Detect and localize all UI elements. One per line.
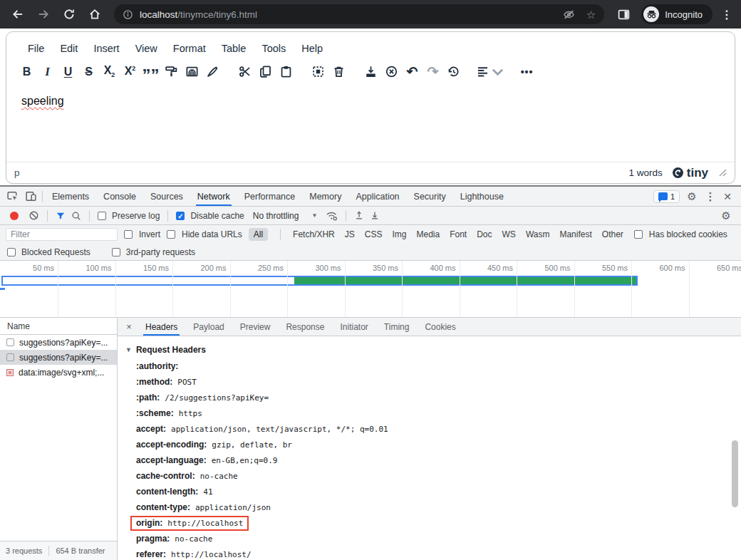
filter-input[interactable] <box>6 228 118 241</box>
home-button[interactable] <box>83 3 107 26</box>
undo-button[interactable]: ↶ <box>402 62 423 81</box>
details-tab-response[interactable]: Response <box>278 318 332 336</box>
superscript-button[interactable]: X2 <box>120 62 140 81</box>
request-row[interactable]: suggestions?apiKey=... <box>0 350 117 365</box>
network-conditions-icon[interactable] <box>326 210 338 221</box>
tab-security[interactable]: Security <box>407 187 453 206</box>
more-button[interactable]: ••• <box>517 62 537 81</box>
third-party-checkbox[interactable] <box>112 248 120 256</box>
incognito-badge[interactable]: Incognito <box>641 4 712 24</box>
strikethrough-button[interactable]: S <box>78 62 99 81</box>
element-path[interactable]: p <box>14 167 20 178</box>
export-har-icon[interactable] <box>370 210 380 221</box>
save-button[interactable] <box>361 62 381 81</box>
filter-icon[interactable] <box>56 211 66 221</box>
filter-type-ws[interactable]: WS <box>502 228 516 241</box>
subscript-button[interactable]: X2 <box>99 62 120 81</box>
search-icon[interactable] <box>71 211 81 221</box>
preserve-log-checkbox[interactable] <box>98 212 106 220</box>
blockquote-button[interactable]: ”” <box>140 62 161 81</box>
filter-type-img[interactable]: Img <box>392 228 406 241</box>
filter-type-all[interactable]: All <box>249 228 268 241</box>
filter-type-doc[interactable]: Doc <box>477 228 492 241</box>
filter-type-manifest[interactable]: Manifest <box>559 228 591 241</box>
details-tab-preview[interactable]: Preview <box>232 318 279 336</box>
details-tab-cookies[interactable]: Cookies <box>417 318 463 336</box>
tab-lighthouse[interactable]: Lighthouse <box>453 187 511 206</box>
side-panel-button[interactable] <box>611 3 636 26</box>
inspect-element-button[interactable] <box>3 187 21 206</box>
filter-type-font[interactable]: Font <box>450 228 467 241</box>
menu-edit[interactable]: Edit <box>53 40 85 57</box>
issues-badge[interactable]: 1 <box>653 190 680 203</box>
menu-tools[interactable]: Tools <box>254 40 293 57</box>
menu-format[interactable]: Format <box>166 40 213 57</box>
network-settings-button[interactable]: ⚙ <box>717 207 735 225</box>
cancel-button[interactable] <box>381 62 402 81</box>
filter-type-other[interactable]: Other <box>602 228 623 241</box>
forward-button[interactable] <box>31 3 56 26</box>
filter-type-fetch-xhr[interactable]: Fetch/XHR <box>293 228 335 241</box>
copy-button[interactable] <box>255 62 276 81</box>
menu-file[interactable]: File <box>21 40 51 57</box>
devtools-close-button[interactable]: ✕ <box>720 187 735 206</box>
filter-type-media[interactable]: Media <box>416 228 440 241</box>
name-column-header[interactable]: Name <box>0 318 117 335</box>
invert-checkbox[interactable] <box>124 230 133 239</box>
import-har-icon[interactable] <box>354 210 364 221</box>
bookmark-star-icon[interactable]: ☆ <box>586 9 596 20</box>
blocked-requests-checkbox[interactable] <box>7 248 16 256</box>
url-bar[interactable]: localhost/tinymce/tiny6.html ☆ <box>114 4 604 24</box>
details-close-button[interactable]: × <box>120 321 138 332</box>
editor-content[interactable]: speeling <box>6 85 735 117</box>
devtools-settings-button[interactable]: ⚙ <box>683 187 701 206</box>
record-button[interactable] <box>10 212 19 220</box>
menu-table[interactable]: Table <box>214 40 254 57</box>
menu-insert[interactable]: Insert <box>86 40 126 57</box>
filter-type-css[interactable]: CSS <box>365 228 383 241</box>
request-row[interactable]: data:image/svg+xml;... <box>0 365 117 380</box>
paste-button[interactable] <box>276 62 296 81</box>
filter-type-js[interactable]: JS <box>345 228 355 241</box>
details-tab-initiator[interactable]: Initiator <box>332 318 375 336</box>
details-tab-timing[interactable]: Timing <box>376 318 418 336</box>
request-row[interactable]: suggestions?apiKey=... <box>0 335 117 350</box>
tab-network[interactable]: Network <box>190 187 237 206</box>
cut-button[interactable] <box>234 62 255 81</box>
menu-view[interactable]: View <box>128 40 165 57</box>
devtools-menu-button[interactable]: ⋮ <box>704 187 717 206</box>
browser-menu-button[interactable]: ⋮ <box>718 3 735 26</box>
filter-type-wasm[interactable]: Wasm <box>526 228 550 241</box>
align-left-button[interactable] <box>475 62 505 81</box>
hide-data-urls-checkbox[interactable] <box>167 230 175 239</box>
misspelled-word[interactable]: speeling <box>21 95 64 107</box>
restore-draft-button[interactable] <box>443 62 464 81</box>
page-info-icon[interactable] <box>123 9 133 20</box>
resize-handle-icon[interactable] <box>719 169 727 177</box>
request-headers-section[interactable]: ▼ Request Headers <box>125 343 741 357</box>
bold-button[interactable]: B <box>16 62 37 81</box>
select-all-button[interactable] <box>308 62 328 81</box>
tiny-branding[interactable]: tiny <box>672 166 708 180</box>
tab-sources[interactable]: Sources <box>143 187 190 206</box>
underline-button[interactable]: U <box>58 62 78 81</box>
tab-console[interactable]: Console <box>96 187 143 206</box>
clear-icon[interactable] <box>28 210 39 221</box>
scrollbar-thumb[interactable] <box>732 440 738 507</box>
reload-button[interactable] <box>57 3 81 26</box>
italic-button[interactable]: I <box>37 62 58 81</box>
network-overview[interactable]: 50 ms100 ms150 ms200 ms250 ms300 ms350 m… <box>0 261 741 318</box>
remove-button[interactable] <box>328 62 349 81</box>
redo-button[interactable]: ↷ <box>423 62 443 81</box>
device-toolbar-button[interactable] <box>21 187 40 206</box>
back-button[interactable] <box>6 3 30 26</box>
paint-roller-button[interactable] <box>161 62 182 81</box>
menu-help[interactable]: Help <box>294 40 330 57</box>
cookies-blocked-icon[interactable] <box>563 9 575 21</box>
throttling-select[interactable]: No throttling ▼ <box>250 211 321 221</box>
disable-cache-checkbox[interactable]: ✓ <box>176 212 185 220</box>
word-count[interactable]: 1 words <box>628 167 662 178</box>
has-blocked-cookies-checkbox[interactable] <box>634 230 643 239</box>
page-embed-button[interactable] <box>182 62 202 81</box>
details-tab-payload[interactable]: Payload <box>185 318 232 336</box>
